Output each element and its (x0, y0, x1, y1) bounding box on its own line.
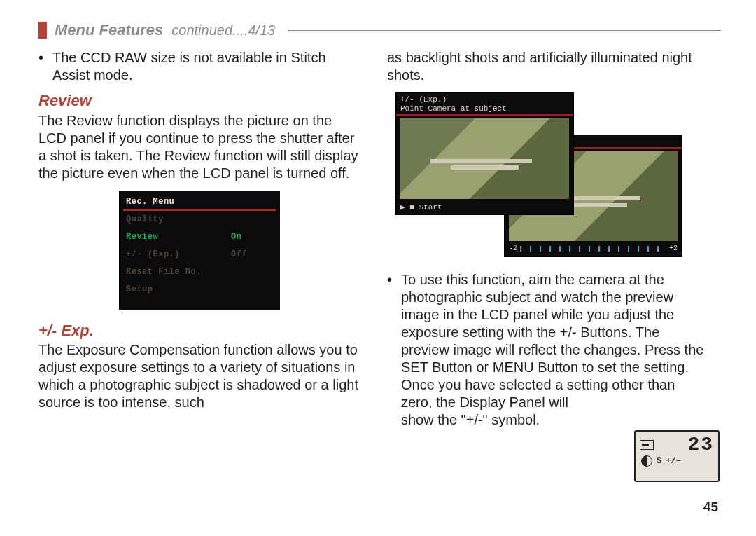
header-accent-bar (38, 22, 47, 39)
rec-menu-title: Rec. Menu (123, 193, 276, 211)
bullet-dot-icon: • (38, 49, 52, 84)
para-exp: The Exposure Compensation function allow… (38, 341, 360, 411)
right-column: as backlight shots and artificially illu… (387, 49, 709, 434)
exp-preview-figure: +/- (Exp.) Point Camera at subject ▶ ■ S… (396, 92, 682, 257)
display-panel-number: 23 (687, 434, 714, 455)
exp-front-header: +/- (Exp.) Point Camera at subject (396, 93, 573, 116)
bullet-exp-usage-text: To use this function, aim the camera at … (401, 271, 709, 429)
page-number: 45 (704, 500, 718, 515)
manual-page: Menu Features continued....4/13 • The CC… (0, 0, 756, 536)
rec-menu-row-review: Review On (123, 228, 276, 246)
exp-front-start: ▶ ■ Start (396, 202, 573, 214)
display-panel-top: 23 (636, 432, 718, 455)
heading-review: Review (38, 91, 360, 111)
para-review: The Review function displays the picture… (38, 112, 360, 182)
display-panel-mode: S (657, 456, 662, 466)
display-panel-plusminus: +/− (666, 456, 681, 466)
heading-exp: +/- Exp. (38, 321, 360, 341)
bullet-dot-icon: • (387, 271, 401, 429)
exp-front-image (400, 118, 569, 199)
rec-menu-row-reset: Reset File No. (123, 263, 276, 281)
header-continued: continued....4/13 (172, 22, 275, 39)
exp-scale-ticks-icon (520, 246, 666, 252)
rec-menu-row-exp: +/- (Exp.) Off (123, 246, 276, 263)
left-column: • The CCD RAW size is not available in S… (38, 49, 360, 434)
two-column-layout: • The CCD RAW size is not available in S… (38, 49, 721, 434)
half-circle-icon (641, 455, 652, 467)
rec-menu-lcd: Rec. Menu Quality Review On +/- (Exp.) O… (119, 191, 280, 310)
section-header: Menu Features continued....4/13 (38, 21, 721, 39)
header-title: Menu Features (55, 21, 163, 39)
bullet-exp-usage: • To use this function, aim the camera a… (387, 271, 709, 429)
rec-menu-row-setup: Setup (123, 281, 276, 298)
exp-preview-front: +/- (Exp.) Point Camera at subject ▶ ■ S… (396, 92, 574, 215)
bullet-ccdraw-text: The CCD RAW size is not available in Sti… (52, 49, 360, 84)
header-rule (288, 30, 721, 32)
card-icon (640, 440, 654, 450)
para-top-right: as backlight shots and artificially illu… (387, 49, 709, 84)
rec-menu-row-quality: Quality (123, 211, 276, 228)
display-panel-bottom: S +/− (636, 455, 718, 469)
exp-back-scale: -2 +2 (509, 244, 678, 254)
bullet-ccdraw: • The CCD RAW size is not available in S… (38, 49, 360, 84)
display-panel-figure: 23 S +/− (634, 430, 720, 482)
